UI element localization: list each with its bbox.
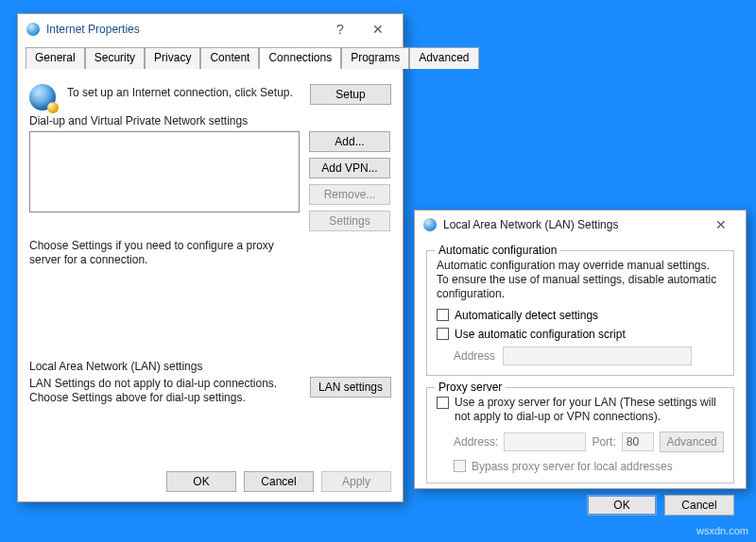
lan-settings-button[interactable]: LAN settings [310, 377, 391, 398]
tab-security[interactable]: Security [85, 47, 145, 69]
auto-detect-label: Automatically detect settings [455, 309, 598, 322]
titlebar: Local Area Network (LAN) Settings ✕ [415, 211, 746, 239]
window-title: Internet Properties [46, 23, 321, 36]
proxy-group: Proxy server Use a proxy server for your… [426, 387, 734, 483]
help-button[interactable]: ? [321, 16, 359, 42]
cancel-button[interactable]: Cancel [244, 471, 314, 492]
tab-general[interactable]: General [26, 47, 85, 69]
tab-advanced[interactable]: Advanced [409, 47, 478, 69]
auto-config-group: Automatic configuration Automatic config… [426, 250, 734, 376]
use-script-checkbox[interactable] [437, 328, 449, 340]
lan-text: LAN Settings do not apply to dial-up con… [29, 377, 301, 405]
auto-detect-checkbox[interactable] [437, 309, 449, 321]
titlebar: Internet Properties ? ✕ [18, 14, 403, 44]
remove-button[interactable]: Remove... [309, 184, 390, 205]
lan-group: Local Area Network (LAN) settings LAN Se… [29, 367, 391, 411]
choose-text: Choose Settings if you need to configure… [29, 239, 300, 267]
address-label: Address [454, 349, 495, 363]
auto-config-help: Automatic configuration may override man… [437, 259, 724, 301]
globe-icon [29, 84, 58, 112]
settings-button[interactable]: Settings [309, 211, 390, 231]
dialog-body: To set up an Internet connection, click … [18, 69, 403, 418]
dialog-icon [26, 22, 41, 37]
auto-config-legend: Automatic configuration [435, 244, 560, 257]
window-title: Local Area Network (LAN) Settings [443, 218, 702, 231]
ok-button[interactable]: OK [587, 495, 657, 516]
add-vpn-button[interactable]: Add VPN... [309, 158, 390, 178]
proxy-help: Use a proxy server for your LAN (These s… [455, 396, 724, 424]
lan-settings-dialog: Local Area Network (LAN) Settings ✕ Auto… [414, 210, 747, 489]
tab-privacy[interactable]: Privacy [145, 47, 200, 69]
bypass-label: Bypass proxy server for local addresses [472, 460, 673, 473]
script-address-input[interactable] [503, 347, 692, 365]
advanced-button[interactable]: Advanced [660, 432, 724, 452]
watermark: wsxdn.com [696, 525, 748, 536]
apply-button[interactable]: Apply [321, 471, 391, 492]
proxy-address-input[interactable] [504, 432, 586, 451]
cancel-button[interactable]: Cancel [664, 495, 734, 516]
tab-programs[interactable]: Programs [341, 47, 409, 69]
setup-button[interactable]: Setup [310, 84, 391, 105]
internet-properties-dialog: Internet Properties ? ✕ General Security… [17, 13, 404, 502]
tab-connections[interactable]: Connections [259, 47, 341, 69]
tab-content[interactable]: Content [200, 47, 259, 69]
close-button[interactable]: ✕ [359, 16, 397, 42]
add-button[interactable]: Add... [309, 131, 390, 152]
dialog-body: Automatic configuration Automatic config… [415, 239, 746, 487]
ok-button[interactable]: OK [166, 471, 236, 492]
bypass-checkbox[interactable] [454, 460, 466, 472]
dialog-icon [422, 217, 438, 232]
close-button[interactable]: ✕ [702, 212, 740, 238]
tab-strip: General Security Privacy Content Connect… [26, 46, 395, 69]
proxy-address-label: Address: [454, 435, 498, 449]
setup-text: To set up an Internet connection, click … [67, 84, 301, 100]
proxy-port-label: Port: [592, 435, 615, 449]
use-proxy-checkbox[interactable] [437, 397, 449, 409]
lan-legend: Local Area Network (LAN) settings [29, 360, 206, 373]
proxy-legend: Proxy server [435, 381, 506, 394]
dialup-group: Dial-up and Virtual Private Network sett… [29, 122, 391, 273]
proxy-port-input[interactable]: 80 [622, 432, 654, 451]
connections-listbox[interactable] [29, 131, 300, 212]
dialog-actions: OK Cancel Apply [18, 464, 403, 501]
use-script-label: Use automatic configuration script [455, 328, 626, 341]
dialog-actions: OK Cancel [415, 487, 746, 525]
dialup-legend: Dial-up and Virtual Private Network sett… [29, 114, 251, 127]
